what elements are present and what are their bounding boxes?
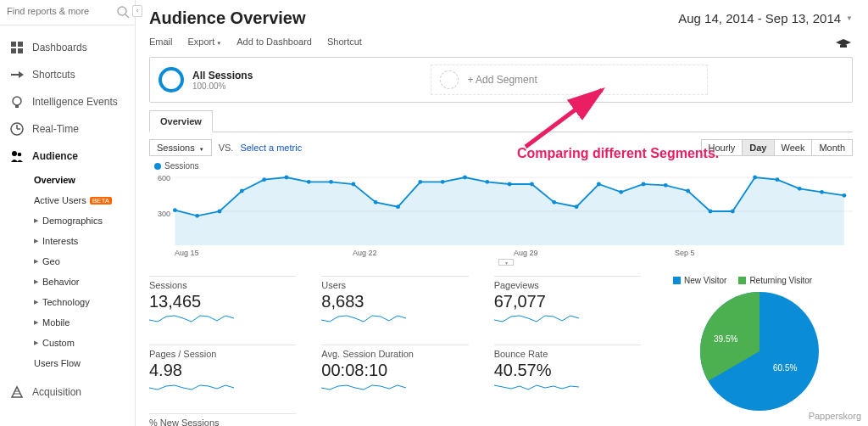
svg-point-33 (418, 180, 422, 184)
svg-point-52 (842, 193, 846, 198)
nav-label: Audience (32, 150, 78, 162)
svg-point-24 (218, 210, 222, 214)
tab-row: Overview (149, 109, 853, 132)
pie-label-returning: 39.5% (714, 334, 737, 344)
svg-point-31 (374, 200, 378, 205)
subitem-users-flow[interactable]: Users Flow (31, 353, 135, 373)
sessions-chart[interactable]: 600 300 Aug 15 Aug 22 Aug 29 Sep 5 (149, 172, 853, 257)
select-metric-link[interactable]: Select a metric (240, 143, 302, 153)
svg-point-38 (530, 182, 534, 187)
metric-users[interactable]: Users8,683 (321, 276, 468, 328)
nav-intelligence[interactable]: Intelligence Events (0, 88, 135, 115)
time-week[interactable]: Week (775, 139, 813, 156)
nav-acquisition[interactable]: Acquisition (0, 378, 135, 406)
svg-point-41 (597, 182, 601, 187)
export-link[interactable]: Export▼ (188, 36, 222, 47)
nav-shortcuts[interactable]: Shortcuts (0, 61, 135, 88)
svg-point-36 (485, 180, 489, 184)
main: Audience Overview Aug 14, 2014 - Sep 13,… (144, 0, 868, 426)
nav-label: Intelligence Events (32, 96, 118, 108)
search-icon[interactable] (116, 5, 130, 19)
svg-point-45 (686, 189, 690, 193)
subitem-geo[interactable]: ▶Geo (31, 251, 135, 272)
metric-avg-duration[interactable]: Avg. Session Duration00:08:10 (321, 345, 468, 396)
time-day[interactable]: Day (743, 139, 774, 156)
svg-point-42 (619, 190, 623, 194)
metric-select[interactable]: Sessions ▼ (149, 139, 212, 156)
svg-marker-18 (836, 39, 851, 46)
svg-point-46 (709, 210, 713, 214)
collapse-sidebar-icon[interactable]: ‹ (132, 5, 142, 17)
svg-rect-19 (840, 45, 847, 48)
shortcuts-icon (10, 68, 24, 81)
metric-sessions[interactable]: Sessions13,465 (149, 276, 296, 328)
chevron-right-icon: ▶ (34, 238, 42, 244)
svg-point-26 (262, 177, 266, 182)
chevron-right-icon: ▶ (34, 278, 42, 285)
bulb-icon (10, 95, 24, 109)
search-input[interactable] (7, 6, 128, 16)
svg-line-1 (125, 14, 129, 18)
svg-point-50 (798, 187, 802, 191)
metric-new-sessions[interactable]: % New Sessions (149, 413, 296, 426)
date-range-picker[interactable]: Aug 14, 2014 - Sep 13, 2014 ▼ (678, 11, 853, 25)
svg-point-44 (664, 183, 668, 188)
nav: Dashboards Shortcuts Intelligence Events… (0, 25, 135, 406)
svg-point-30 (351, 182, 355, 187)
visitor-pie-chart[interactable]: 39.5% 60.5% (700, 292, 819, 411)
segment-info[interactable]: All Sessions 100.00% (192, 70, 253, 91)
chevron-right-icon: ▶ (34, 319, 42, 326)
shortcut-link[interactable]: Shortcut (327, 36, 362, 47)
subitem-overview[interactable]: Overview (31, 170, 135, 190)
metric-pages-session[interactable]: Pages / Session4.98 (149, 345, 296, 396)
add-segment-button[interactable]: + Add Segment (431, 64, 707, 95)
subitem-custom[interactable]: ▶Custom (31, 333, 135, 353)
legend-returning-visitor: Returning Visitor (738, 276, 812, 285)
metric-pageviews[interactable]: Pageviews67,077 (494, 276, 641, 328)
nav-label: Dashboards (32, 42, 87, 53)
subitem-active-users[interactable]: Active UsersBETA (31, 190, 135, 210)
subitem-interests[interactable]: ▶Interests (31, 231, 135, 251)
svg-point-35 (463, 176, 467, 180)
subitem-technology[interactable]: ▶Technology (31, 292, 135, 312)
chevron-down-icon: ▼ (846, 14, 853, 22)
pie-panel: New Visitor Returning Visitor 39.5% 60.5… (658, 276, 853, 426)
time-granularity: Hourly Day Week Month (701, 139, 853, 156)
chevron-down-icon: ▼ (199, 147, 204, 152)
legend-dot-icon (154, 163, 161, 170)
email-link[interactable]: Email (149, 36, 173, 47)
subitem-mobile[interactable]: ▶Mobile (31, 312, 135, 333)
nav-label: Acquisition (32, 386, 81, 398)
svg-point-37 (508, 182, 512, 187)
time-month[interactable]: Month (812, 139, 853, 156)
svg-point-48 (753, 176, 757, 180)
svg-point-47 (731, 210, 735, 214)
chart-expand-handle[interactable]: ▾ (498, 259, 514, 266)
add-dashboard-link[interactable]: Add to Dashboard (236, 36, 312, 47)
svg-rect-4 (11, 48, 16, 53)
svg-point-39 (552, 200, 556, 205)
subitem-behavior[interactable]: ▶Behavior (31, 272, 135, 292)
segment-box: All Sessions 100.00% + Add Segment (149, 57, 853, 103)
chevron-right-icon: ▶ (34, 258, 42, 265)
audience-subitems: Overview Active UsersBETA ▶Demographics … (0, 170, 135, 373)
nav-realtime[interactable]: Real-Time (0, 115, 135, 143)
chevron-right-icon: ▶ (34, 299, 42, 305)
add-segment-circle-icon (440, 70, 459, 89)
svg-point-25 (240, 189, 244, 193)
svg-rect-2 (11, 42, 16, 47)
watermark: Papperskorg (809, 411, 861, 421)
segment-title: All Sessions (192, 70, 253, 81)
subitem-demographics[interactable]: ▶Demographics (31, 210, 135, 231)
metric-bounce-rate[interactable]: Bounce Rate40.57% (494, 345, 641, 396)
svg-point-14 (18, 153, 22, 157)
nav-dashboards[interactable]: Dashboards (0, 34, 135, 61)
sidebar: ‹ Dashboards Shortcuts Intelligence Even… (0, 0, 136, 426)
nav-audience[interactable]: Audience (0, 143, 135, 170)
legend-new-visitor: New Visitor (673, 276, 726, 285)
pie-label-new: 60.5% (773, 363, 797, 373)
education-icon[interactable] (836, 39, 851, 52)
tab-overview[interactable]: Overview (149, 110, 213, 132)
segment-circle-icon (159, 67, 184, 92)
time-hourly[interactable]: Hourly (701, 139, 743, 156)
